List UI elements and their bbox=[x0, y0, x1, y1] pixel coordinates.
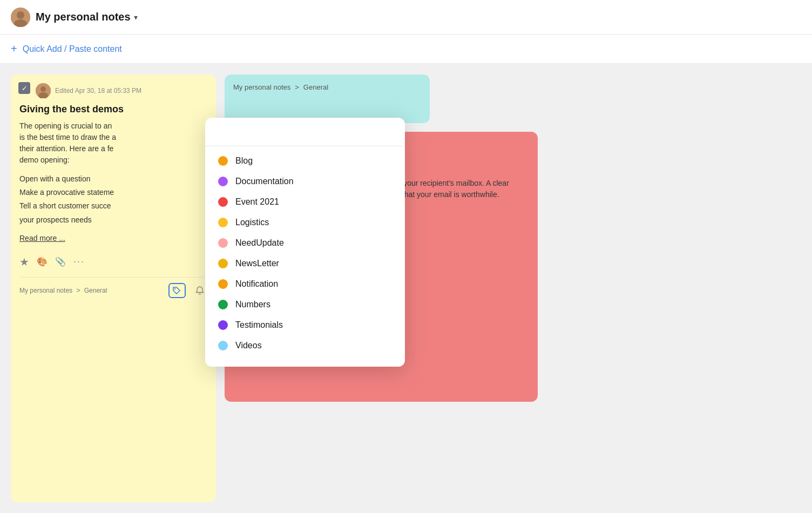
teal-breadcrumb-sep: > bbox=[295, 83, 299, 91]
card-footer: My personal notes > General bbox=[19, 277, 207, 298]
dropdown-label-event2021: Event 2021 bbox=[235, 197, 279, 207]
card-check-icon[interactable]: ✓ bbox=[18, 82, 30, 94]
dropdown-label-testimonials: Testimonials bbox=[235, 320, 283, 330]
plus-icon: + bbox=[11, 43, 17, 55]
read-more-link[interactable]: Read more ... bbox=[19, 234, 65, 242]
quick-add-bar[interactable]: + Quick Add / Paste content bbox=[0, 35, 812, 64]
dropdown-label-newsletter: NewsLetter bbox=[235, 259, 279, 268]
teal-breadcrumb-left: My personal notes bbox=[233, 83, 290, 91]
card-teal: My personal notes > General bbox=[225, 75, 430, 123]
color-dot-numbers bbox=[218, 300, 228, 309]
content-area: ✓ Edited Apr 30, 18 at 05:33 PM Giving t… bbox=[0, 64, 812, 513]
color-dot-needupdate bbox=[218, 238, 228, 248]
dropdown-item-newsletter[interactable]: NewsLetter bbox=[205, 253, 405, 274]
color-dot-newsletter bbox=[218, 259, 228, 268]
avatar[interactable] bbox=[11, 8, 30, 27]
dropdown-item-numbers[interactable]: Numbers bbox=[205, 294, 405, 315]
clip-icon[interactable]: 📎 bbox=[55, 256, 66, 267]
svg-point-1 bbox=[17, 11, 24, 19]
color-dot-documentation bbox=[218, 177, 228, 186]
page-title: My personal notes bbox=[36, 11, 131, 23]
category-dropdown: BlogDocumentationEvent 2021LogisticsNeed… bbox=[205, 118, 405, 367]
breadcrumb-right: General bbox=[84, 287, 107, 294]
dropdown-label-numbers: Numbers bbox=[235, 300, 270, 309]
dropdown-item-videos[interactable]: Videos bbox=[205, 335, 405, 356]
card-header: Edited Apr 30, 18 at 05:33 PM bbox=[19, 83, 207, 98]
dropdown-label-needupdate: NeedUpdate bbox=[235, 238, 284, 248]
color-dot-testimonials bbox=[218, 320, 228, 330]
dropdown-item-testimonials[interactable]: Testimonials bbox=[205, 315, 405, 335]
dropdown-label-logistics: Logistics bbox=[235, 218, 269, 227]
dropdown-label-videos: Videos bbox=[235, 341, 262, 350]
card-list: Open with a question Make a provocative … bbox=[19, 172, 207, 227]
card-edit-time: Edited Apr 30, 18 at 05:33 PM bbox=[55, 87, 141, 94]
header: My personal notes ▾ bbox=[0, 0, 812, 35]
star-icon[interactable]: ★ bbox=[19, 255, 29, 268]
color-dot-blog bbox=[218, 156, 228, 166]
chevron-down-icon[interactable]: ▾ bbox=[134, 13, 138, 22]
breadcrumb-sep: > bbox=[76, 287, 80, 294]
color-dot-videos bbox=[218, 341, 228, 350]
card-avatar bbox=[36, 83, 51, 98]
teal-breadcrumb: My personal notes > General bbox=[233, 83, 421, 91]
card-yellow: ✓ Edited Apr 30, 18 at 05:33 PM Giving t… bbox=[11, 75, 216, 502]
palette-icon[interactable]: 🎨 bbox=[37, 256, 48, 267]
teal-breadcrumb-right: General bbox=[303, 83, 328, 91]
card-footer-icons bbox=[168, 283, 207, 298]
card-body: The opening is crucial to an is the best… bbox=[19, 120, 207, 166]
card-actions: ★ 🎨 📎 ··· bbox=[19, 255, 207, 268]
avatar-image bbox=[11, 8, 30, 27]
dropdown-search-area bbox=[205, 126, 405, 146]
dropdown-item-needupdate[interactable]: NeedUpdate bbox=[205, 233, 405, 253]
dropdown-item-documentation[interactable]: Documentation bbox=[205, 171, 405, 192]
dropdown-search-input[interactable] bbox=[216, 129, 394, 138]
card-title: Giving the best demos bbox=[19, 104, 207, 115]
breadcrumb-left: My personal notes bbox=[19, 287, 72, 294]
dropdown-label-notification: Notification bbox=[235, 279, 278, 289]
app-container: My personal notes ▾ + Quick Add / Paste … bbox=[0, 0, 812, 513]
dropdown-item-logistics[interactable]: Logistics bbox=[205, 212, 405, 233]
dropdown-item-event2021[interactable]: Event 2021 bbox=[205, 192, 405, 212]
dropdown-item-blog[interactable]: Blog bbox=[205, 151, 405, 171]
quick-add-label[interactable]: Quick Add / Paste content bbox=[23, 44, 122, 54]
tag-button[interactable] bbox=[168, 283, 186, 298]
card-breadcrumb: My personal notes > General bbox=[19, 287, 107, 294]
color-dot-event2021 bbox=[218, 197, 228, 207]
dropdown-items: BlogDocumentationEvent 2021LogisticsNeed… bbox=[205, 151, 405, 356]
dropdown-item-notification[interactable]: Notification bbox=[205, 274, 405, 294]
svg-point-6 bbox=[174, 288, 175, 289]
svg-point-4 bbox=[40, 86, 46, 92]
dropdown-label-documentation: Documentation bbox=[235, 177, 294, 186]
color-dot-logistics bbox=[218, 218, 228, 227]
color-dot-notification bbox=[218, 279, 228, 289]
dropdown-label-blog: Blog bbox=[235, 156, 253, 166]
more-icon[interactable]: ··· bbox=[73, 256, 85, 267]
